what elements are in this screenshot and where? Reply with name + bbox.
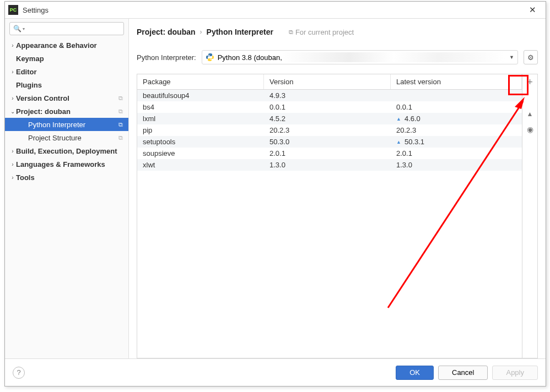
tree-item-label: Version Control	[16, 94, 118, 102]
upgrade-available-icon: ▲	[396, 139, 401, 145]
col-latest[interactable]: Latest version	[391, 74, 522, 89]
tree-item-languages-frameworks[interactable]: ›Languages & Frameworks	[5, 157, 128, 171]
chevron-right-icon: ›	[9, 148, 16, 154]
cell-version: 2.0.1	[264, 149, 391, 157]
interpreter-path-blurred	[282, 52, 505, 62]
tree-item-version-control[interactable]: ›Version Control⧉	[5, 91, 128, 105]
cell-version: 4.5.2	[264, 115, 391, 123]
settings-search-input[interactable]: 🔍 ▾	[9, 22, 124, 35]
table-body: beautifulsoup44.9.3bs40.0.10.0.1lxml4.5.…	[137, 90, 522, 358]
cell-version: 50.3.0	[264, 138, 391, 146]
cell-version: 20.2.3	[264, 126, 391, 134]
cell-version: 4.9.3	[264, 91, 391, 100]
interpreter-value: Python 3.8 (douban,	[218, 53, 282, 62]
table-row[interactable]: lxml4.5.2▲4.6.0	[137, 113, 522, 124]
breadcrumb-page: Python Interpreter	[207, 28, 273, 36]
cell-package: bs4	[137, 103, 264, 111]
cell-latest: 20.2.3	[391, 126, 522, 134]
content-area: 🔍 ▾ ›Appearance & BehaviorKeymap›EditorP…	[5, 18, 546, 358]
tree-item-build-execution-deployment[interactable]: ›Build, Execution, Deployment	[5, 144, 128, 157]
pycharm-icon: PC	[8, 5, 18, 15]
table-row[interactable]: beautifulsoup44.9.3	[137, 90, 522, 101]
packages-table-wrapper: Package Version Latest version beautiful…	[137, 74, 538, 358]
table-header: Package Version Latest version	[137, 74, 522, 90]
tree-item-label: Keymap	[16, 55, 128, 63]
dialog-footer: ? OK Cancel Apply	[5, 358, 546, 386]
scope-tag: ⧉ For current project	[289, 28, 354, 36]
project-scope-icon: ⧉	[118, 121, 123, 128]
chevron-right-icon: ›	[200, 28, 202, 36]
project-scope-icon: ⧉	[118, 95, 123, 102]
table-row[interactable]: setuptools50.3.0▲50.3.1	[137, 136, 522, 148]
titlebar: PC Settings ✕	[5, 2, 546, 18]
cell-latest: ▲50.3.1	[391, 138, 522, 146]
settings-dialog: PC Settings ✕ 🔍 ▾ ›Appearance & Behavior…	[4, 1, 546, 386]
table-row[interactable]: pip20.2.320.2.3	[137, 124, 522, 136]
cell-version: 0.0.1	[264, 103, 391, 111]
tree-item-editor[interactable]: ›Editor	[5, 65, 128, 78]
cancel-button[interactable]: Cancel	[438, 366, 488, 380]
tree-item-project-structure[interactable]: Project Structure⧉	[5, 131, 128, 144]
interpreter-settings-button[interactable]: ⚙	[524, 50, 538, 64]
interpreter-dropdown[interactable]: Python 3.8 (douban, ▼	[202, 50, 518, 64]
chevron-down-icon: ▼	[505, 55, 514, 60]
add-package-button[interactable]: +	[522, 74, 537, 90]
tree-item-label: Project: douban	[16, 107, 118, 116]
cell-package: setuptools	[137, 138, 264, 146]
tree-item-label: Languages & Frameworks	[16, 160, 128, 168]
settings-tree: ›Appearance & BehaviorKeymap›EditorPlugi…	[5, 39, 128, 358]
tree-item-label: Python Interpreter	[28, 121, 118, 129]
tree-item-tools[interactable]: ›Tools	[5, 171, 128, 184]
cell-version: 1.3.0	[264, 161, 391, 169]
help-button[interactable]: ?	[13, 367, 25, 379]
col-version[interactable]: Version	[264, 74, 391, 89]
cell-latest: 1.3.0	[391, 161, 522, 169]
table-row[interactable]: soupsieve2.0.12.0.1	[137, 148, 522, 159]
interpreter-label: Python Interpreter:	[137, 53, 196, 62]
dialog-title: Settings	[23, 6, 522, 14]
gear-icon: ⚙	[527, 53, 534, 62]
upgrade-button[interactable]: ▲	[522, 106, 537, 122]
tree-item-label: Plugins	[16, 81, 128, 89]
cell-latest: 0.0.1	[391, 103, 522, 111]
interpreter-row: Python Interpreter: Python 3.8 (douban, …	[137, 47, 538, 67]
project-scope-icon: ⧉	[118, 108, 123, 115]
chevron-right-icon: ›	[9, 95, 16, 101]
close-icon[interactable]: ✕	[522, 5, 542, 15]
chevron-right-icon: ›	[9, 161, 16, 167]
cell-package: beautifulsoup4	[137, 91, 264, 100]
tree-item-label: Editor	[16, 68, 128, 76]
tree-item-label: Tools	[16, 173, 128, 182]
search-icon: 🔍	[13, 25, 21, 32]
project-scope-icon: ⧉	[118, 134, 123, 141]
tree-item-python-interpreter[interactable]: Python Interpreter⧉	[5, 118, 128, 131]
tree-item-plugins[interactable]: Plugins	[5, 78, 128, 91]
chevron-right-icon: ›	[9, 69, 16, 75]
copy-icon: ⧉	[289, 29, 293, 36]
cell-package: xlwt	[137, 161, 264, 169]
apply-button: Apply	[492, 366, 538, 380]
show-early-releases-button[interactable]: ◉	[522, 122, 537, 137]
col-package[interactable]: Package	[137, 74, 264, 89]
tree-item-project-douban[interactable]: ⌄Project: douban⧉	[5, 105, 128, 118]
tree-item-label: Appearance & Behavior	[16, 41, 128, 50]
tree-item-label: Build, Execution, Deployment	[16, 147, 128, 155]
cell-package: pip	[137, 126, 264, 134]
chevron-right-icon: ›	[9, 175, 16, 181]
python-icon	[206, 53, 214, 62]
breadcrumb-project: Project: douban	[137, 28, 196, 36]
upgrade-available-icon: ▲	[396, 116, 401, 122]
chevron-right-icon: ›	[9, 42, 16, 48]
tree-item-label: Project Structure	[28, 134, 118, 142]
ok-button[interactable]: OK	[396, 366, 434, 380]
cell-latest: ▲4.6.0	[391, 115, 522, 123]
tree-item-appearance-behavior[interactable]: ›Appearance & Behavior	[5, 39, 128, 52]
table-row[interactable]: bs40.0.10.0.1	[137, 101, 522, 113]
package-tools: + ▲ ◉	[522, 74, 537, 358]
tree-item-keymap[interactable]: Keymap	[5, 52, 128, 65]
search-dropdown-icon: ▾	[23, 26, 25, 31]
packages-table: Package Version Latest version beautiful…	[137, 74, 522, 358]
breadcrumb: Project: douban › Python Interpreter ⧉ F…	[137, 24, 538, 40]
table-row[interactable]: xlwt1.3.01.3.0	[137, 159, 522, 171]
main-panel: Project: douban › Python Interpreter ⧉ F…	[129, 19, 546, 358]
